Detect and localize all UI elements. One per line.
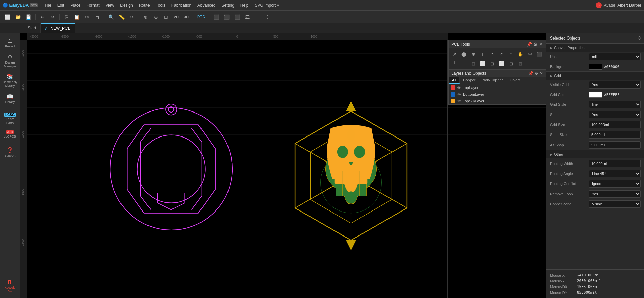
delete-button[interactable]: 🗑 <box>92 12 102 22</box>
sidebar-item-library[interactable]: 📖 Library <box>1 91 19 106</box>
menu-place[interactable]: Place <box>68 2 83 9</box>
menu-design[interactable]: Design <box>117 2 135 9</box>
canvas-area[interactable]: -3000 -2500 -2000 -1500 -1000 -500 0 500… <box>20 33 546 298</box>
menu-advanced[interactable]: Advanced <box>195 2 218 9</box>
layer-eye-topsilk[interactable]: 👁 <box>457 99 461 103</box>
grid-section-header[interactable]: ▶ Grid <box>546 72 644 80</box>
routing-width-input[interactable] <box>589 160 641 167</box>
sidebar-item-support[interactable]: ❓ Support <box>1 145 19 160</box>
pcb-canvas[interactable]: PCB Tools 📌 ⚙ ✕ ↗ ⬤ ⊕ T ↺ ↻ ○ ✋ ✂ <box>27 40 546 298</box>
menu-svg-import[interactable]: SVG Import ▾ <box>252 2 282 9</box>
layer-btn-1[interactable]: ⬛ <box>211 12 221 22</box>
snap-select[interactable]: Yes No <box>589 111 641 118</box>
notification-button[interactable]: 6 <box>596 2 602 8</box>
sidebar-item-recycle-bin[interactable]: 🗑 Recycle Bin <box>1 277 19 295</box>
undo-button[interactable]: ↩ <box>38 12 47 22</box>
layers-pin[interactable]: 📌 <box>528 71 533 76</box>
tool-subtract[interactable]: ⊟ <box>507 59 515 68</box>
routing-angle-select[interactable]: Line 45° Line 90° Free <box>589 170 641 177</box>
pcb-tools-pin[interactable]: 📌 <box>526 42 532 47</box>
remove-loop-select[interactable]: Yes No <box>589 190 641 198</box>
menu-format[interactable]: Format <box>84 2 102 9</box>
copper-zone-select[interactable]: Visible Hidden <box>589 200 641 208</box>
zoom-fit-button[interactable]: ⊡ <box>161 12 171 22</box>
tool-route-wire[interactable]: ↗ <box>450 50 459 58</box>
background-swatch[interactable] <box>589 64 602 70</box>
menu-file[interactable]: File <box>42 2 54 9</box>
layer-row-bottom[interactable]: 👁 BottomLayer <box>449 91 546 98</box>
menu-view[interactable]: View <box>103 2 117 9</box>
tool-array[interactable]: ⊞ <box>488 59 497 68</box>
tool-pad[interactable]: ⊕ <box>469 50 478 58</box>
routing-conflict-select[interactable]: Ignore Highlight Block <box>589 180 641 188</box>
menu-fabrication[interactable]: Fabrication <box>169 2 194 9</box>
grid-style-select[interactable]: line dot <box>589 101 641 108</box>
open-button[interactable]: 📁 <box>13 12 23 22</box>
other-section-header[interactable]: ▶ Other <box>546 150 644 158</box>
layer-tab-all[interactable]: All <box>449 77 460 84</box>
share-button[interactable]: ⇧ <box>263 12 272 22</box>
visible-grid-select[interactable]: Yes No <box>589 81 641 89</box>
layer-btn-3[interactable]: ⬛ <box>232 12 242 22</box>
layer-eye-bottom[interactable]: 👁 <box>457 92 461 96</box>
tool-cut[interactable]: ✂ <box>526 50 534 58</box>
tool-corner1[interactable]: └ <box>450 59 459 68</box>
tool-rect[interactable]: ⬜ <box>478 59 487 68</box>
menu-edit[interactable]: Edit <box>55 2 67 9</box>
measure-button[interactable]: 📏 <box>117 12 127 22</box>
tool-arc1[interactable]: ↺ <box>488 50 497 58</box>
zoom-out-button[interactable]: ⊖ <box>151 12 161 22</box>
units-select[interactable]: mil mm inch <box>589 53 641 60</box>
sidebar-item-lcsc-parts[interactable]: LCSC LCSC Parts <box>1 110 19 127</box>
drc-button[interactable]: DRC <box>195 12 207 22</box>
tool-circle[interactable]: ○ <box>507 50 515 58</box>
tool-corner2[interactable]: ⌐ <box>459 59 468 68</box>
tool-text[interactable]: T <box>478 50 487 58</box>
layer-tab-copper[interactable]: Copper <box>460 77 479 84</box>
layer-row-topsilk[interactable]: 👁 TopSilkLayer <box>449 98 546 104</box>
layers-close[interactable]: ✕ <box>540 71 543 76</box>
sidebar-item-design-manager[interactable]: ⚙ Design Manager <box>1 52 19 70</box>
layer-btn-5[interactable]: ⬚ <box>253 12 262 22</box>
new-button[interactable]: ⬜ <box>3 12 12 22</box>
redo-button[interactable]: ↪ <box>48 12 57 22</box>
cut-button[interactable]: ✂ <box>82 12 92 22</box>
canvas-properties-header[interactable]: ▶ Canvas Properties <box>546 44 644 52</box>
save-button[interactable]: 💾 <box>24 12 33 22</box>
tool-arc2[interactable]: ↻ <box>497 50 506 58</box>
layer-eye-top[interactable]: 👁 <box>457 85 461 90</box>
layer-tab-non-copper[interactable]: Non-Copper <box>479 77 506 84</box>
tool-rect2[interactable]: ⬜ <box>497 59 506 68</box>
paste-button[interactable]: 📋 <box>72 12 82 22</box>
menu-setting[interactable]: Setting <box>219 2 237 9</box>
sidebar-item-jlcpcb[interactable]: JLC JLCPCB <box>1 128 19 141</box>
layer-btn-4[interactable]: 🖼 <box>243 12 252 22</box>
ratsnest-button[interactable]: ≋ <box>127 12 137 22</box>
tool-hand[interactable]: ✋ <box>516 50 525 58</box>
sidebar-item-project[interactable]: 🗂 Project <box>1 36 19 50</box>
grid-size-input[interactable] <box>589 121 641 128</box>
layers-settings[interactable]: ⚙ <box>535 71 538 76</box>
pcb-tools-close[interactable]: ✕ <box>539 42 543 47</box>
menu-help[interactable]: Help <box>238 2 251 9</box>
tab-start[interactable]: Start <box>24 23 41 33</box>
layer-row-top[interactable]: 👁 TopLayer <box>449 84 546 91</box>
alt-snap-input[interactable] <box>589 141 641 149</box>
tab-new-pcb[interactable]: 🖊 NEW_PCB <box>41 23 75 33</box>
snap-size-input[interactable] <box>589 131 641 139</box>
menu-tools[interactable]: Tools <box>153 2 168 9</box>
search-button[interactable]: 🔍 <box>106 12 116 22</box>
zoom-in-button[interactable]: ⊕ <box>141 12 151 22</box>
tool-via[interactable]: ⬤ <box>459 50 468 58</box>
sidebar-item-commonly-library[interactable]: 📚 Commonly Library <box>1 71 19 90</box>
tool-fill[interactable]: ⬛ <box>535 50 544 58</box>
tool-union[interactable]: ⊠ <box>516 59 525 68</box>
tool-select-area[interactable]: ⊡ <box>469 59 478 68</box>
grid-color-swatch[interactable] <box>589 92 602 98</box>
2d-button[interactable]: 2D <box>171 12 181 22</box>
layer-tab-object[interactable]: Object <box>506 77 524 84</box>
3d-button[interactable]: 3D <box>182 12 191 22</box>
copy-button[interactable]: ⎘ <box>62 12 71 22</box>
menu-route[interactable]: Route <box>136 2 153 9</box>
layer-btn-2[interactable]: ⬛ <box>222 12 232 22</box>
